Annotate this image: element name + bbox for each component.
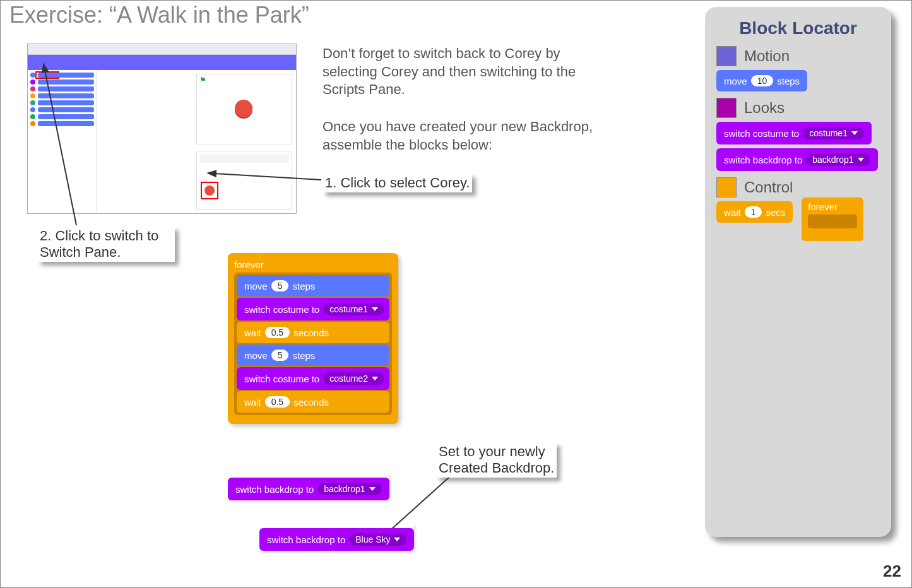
switch-backdrop-block[interactable]: switch backdrop to backdrop1 (716, 148, 878, 171)
page-number: 22 (883, 562, 901, 581)
backdrop1-dropdown[interactable]: backdrop1 (317, 483, 381, 495)
instruction-paragraph-2: Once you have created your new Backdrop,… (323, 118, 613, 154)
corey-sprite-icon (235, 100, 252, 117)
costume2-dropdown[interactable]: costume2 (323, 372, 384, 385)
bluesky-dropdown[interactable]: Blue Sky (349, 533, 406, 546)
category-control: Control (716, 177, 880, 197)
callout-3-line2: Created Backdrop. (439, 460, 554, 476)
page: Exercise: “A Walk in the Park” ⚑ (0, 0, 912, 588)
wait-value[interactable]: 1 (745, 206, 762, 218)
control-label: Control (744, 179, 793, 196)
costume1-dropdown[interactable]: costume1 (323, 303, 384, 315)
callout-2-text: 2. Click to switch to Switch Pane. (40, 228, 158, 260)
stage-thumb: ⚑ (196, 74, 292, 144)
control-swatch (716, 177, 737, 197)
switch-backdrop-block-2[interactable]: switch backdrop to Blue Sky (259, 524, 414, 551)
motion-swatch (716, 46, 737, 66)
category-looks: Looks (716, 98, 880, 118)
forever-stack: forever move 5 steps switch costume to c… (228, 253, 398, 424)
callout-backdrop: Set to your newly Created Backdrop. (436, 442, 557, 478)
move-1-value[interactable]: 5 (271, 280, 289, 291)
wait-block-2[interactable]: wait 0.5 seconds (237, 391, 389, 413)
move-steps-value[interactable]: 10 (751, 75, 774, 86)
block-locator-panel: Block Locator Motion move 10 steps Looks… (705, 7, 891, 537)
callout-step-1: 1. Click to select Corey. (323, 173, 472, 192)
chevron-down-icon (369, 487, 376, 491)
callout-3-line1: Set to your newly (439, 444, 545, 459)
switch-costume-block-1[interactable]: switch costume to costume1 (237, 298, 389, 320)
move-2-value[interactable]: 5 (271, 350, 289, 361)
forever-label: forever (234, 259, 392, 270)
corey-select-highlight (201, 182, 218, 199)
wait-block[interactable]: wait 1 secs (716, 201, 793, 223)
block-locator-title: Block Locator (716, 18, 880, 38)
move-block-1[interactable]: move 5 steps (237, 275, 389, 297)
move-block-2[interactable]: move 5 steps (237, 344, 389, 366)
callout-step-2: 2. Click to switch to Switch Pane. (37, 226, 175, 262)
chevron-down-icon (394, 538, 400, 541)
forever-label-mini: forever (808, 201, 838, 212)
switch-costume-block[interactable]: switch costume to costume1 (716, 122, 872, 144)
looks-label: Looks (744, 99, 785, 117)
costume-dropdown[interactable]: costume1 (803, 127, 864, 139)
category-motion: Motion (716, 46, 880, 66)
editor-screenshot: ⚑ (27, 44, 297, 214)
switch-backdrop-block-1[interactable]: switch backdrop to backdrop1 (228, 474, 389, 500)
flag-icon: ⚑ (199, 76, 206, 85)
move-steps-block[interactable]: move 10 steps (716, 70, 807, 91)
block-palette-thumb (28, 70, 97, 214)
motion-label: Motion (744, 47, 790, 65)
page-title: Exercise: “A Walk in the Park” (9, 2, 309, 28)
chevron-down-icon (372, 307, 378, 311)
instruction-paragraph-1: Don’t forget to switch back to Corey by … (323, 45, 613, 99)
backdrop-dropdown[interactable]: backdrop1 (806, 153, 870, 166)
wait-1-value[interactable]: 0.5 (265, 327, 290, 338)
chevron-down-icon (851, 131, 858, 135)
wait-block-1[interactable]: wait 0.5 seconds (237, 322, 389, 343)
looks-swatch (716, 98, 737, 118)
chevron-down-icon (858, 158, 864, 162)
forever-block[interactable]: forever (802, 197, 863, 241)
sprite-panel-thumb (196, 151, 292, 210)
wait-2-value[interactable]: 0.5 (265, 396, 290, 408)
switch-costume-block-2[interactable]: switch costume to costume2 (237, 367, 389, 390)
chevron-down-icon (372, 377, 378, 380)
